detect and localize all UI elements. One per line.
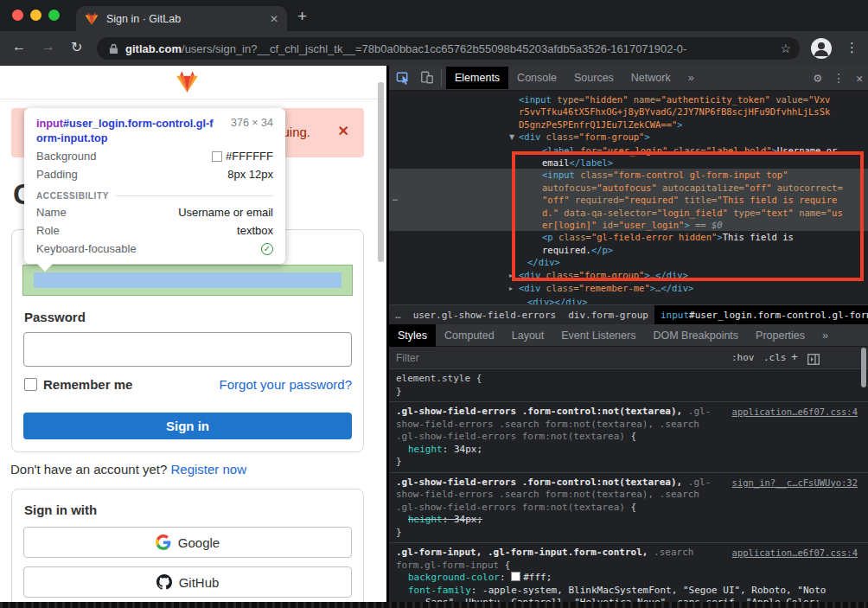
tooltip-role-label: Role: [36, 224, 60, 237]
css-rule: application…e6f07.css:4.gl-show-field-er…: [389, 402, 868, 473]
new-style-rule-button[interactable]: +: [791, 350, 798, 363]
dom-tree-line[interactable]: ▼<div class="form-group">: [389, 131, 868, 144]
breadcrumb: …user.gl-show-field-errorsdiv.form-group…: [389, 304, 868, 324]
tab-elements[interactable]: Elements: [446, 67, 508, 89]
tooltip-role-value: textbox: [237, 224, 273, 237]
devtools-close-icon[interactable]: ✕: [856, 72, 863, 85]
password-label: Password: [24, 310, 86, 324]
toolbar-separator: [441, 69, 442, 86]
tab-bar: Sign in · GitLab ✕ +: [0, 0, 868, 31]
alert-close-icon[interactable]: ✕: [338, 123, 349, 139]
styles-filter-bar: Filter :hov .cls +: [389, 347, 868, 369]
reload-icon[interactable]: ↻: [71, 39, 82, 55]
breadcrumb-item[interactable]: user.gl-show-field-errors: [407, 305, 563, 324]
browser-tab[interactable]: Sign in · GitLab ✕: [76, 6, 287, 31]
tooltip-padding-label: Padding: [36, 168, 78, 181]
tab-sources[interactable]: Sources: [565, 67, 622, 89]
tab-network[interactable]: Network: [622, 67, 680, 89]
breadcrumb-item[interactable]: div.form-group: [562, 305, 654, 324]
google-icon: [156, 534, 171, 550]
tooltip-background-label: Background: [36, 150, 96, 163]
css-selector-line[interactable]: element.style {: [389, 373, 868, 386]
css-selector-line[interactable]: sign_in?__c…cFsUWUyo:32.gl-show-field-er…: [389, 477, 868, 490]
new-tab-button[interactable]: +: [297, 7, 307, 26]
tooltip-focusable-label: Keyboard-focusable: [36, 242, 137, 255]
stylesheet-source-link[interactable]: application…e6f07.css:4: [732, 406, 858, 419]
css-closing-brace: }: [389, 527, 868, 540]
breadcrumb-item[interactable]: input#user_login.form-control.gl-form-in…: [654, 305, 868, 324]
gitlab-logo: [176, 71, 199, 96]
breadcrumb-item[interactable]: …: [389, 305, 407, 324]
css-selector-line[interactable]: form.gl-form-input {: [389, 560, 868, 573]
back-icon[interactable]: ←: [12, 39, 26, 54]
devtools-tabs: ElementsConsoleSourcesNetwork»: [446, 66, 703, 90]
remember-me-checkbox[interactable]: [24, 378, 37, 391]
css-selector-line[interactable]: .gl-show-field-errors form:not(textarea)…: [389, 431, 868, 444]
inspect-element-icon[interactable]: [396, 70, 411, 88]
expand-arrow-icon[interactable]: ▼: [509, 131, 519, 144]
css-property[interactable]: height: 34px;: [389, 514, 868, 527]
css-property[interactable]: font-family: -apple-system, BlinkMacSyst…: [389, 585, 868, 603]
inspect-tooltip: input#user_login.form-control.gl-form-in…: [24, 108, 285, 264]
css-property[interactable]: background-color: #fff;: [389, 572, 868, 585]
username-input-highlighted[interactable]: [23, 266, 352, 295]
css-selector-line[interactable]: .gl-show-field-errors form:not(textarea)…: [389, 502, 868, 515]
tooltip-background-value: #FFFFFF: [226, 150, 273, 163]
css-selector-line[interactable]: show-field-errors .search form:not(texta…: [389, 489, 868, 502]
close-window-button[interactable]: [12, 10, 23, 21]
device-toolbar-icon[interactable]: [420, 70, 434, 88]
github-signin-button[interactable]: GitHub: [23, 566, 352, 598]
tab-layout[interactable]: Layout: [503, 324, 553, 347]
devtools-panel: ElementsConsoleSourcesNetwork» ⚙ ⋮ ✕ <in…: [389, 66, 868, 602]
stylesheet-source-link[interactable]: application…e6f07.css:4: [732, 547, 858, 560]
register-now-link[interactable]: Register now: [171, 462, 247, 477]
password-input[interactable]: [23, 332, 352, 367]
dom-tree-line[interactable]: r5vvTfku46tX5FhxOG+j8yBYvadG/2JY7NP6fB8s…: [389, 106, 868, 118]
css-property[interactable]: height: 34px;: [389, 444, 868, 457]
css-closing-brace: }: [389, 456, 868, 469]
stylesheet-source-link[interactable]: sign_in?__c…cFsUWUyo:32: [732, 477, 858, 490]
browser-menu-icon[interactable]: ⋮: [846, 40, 858, 55]
dom-tree-line[interactable]: D5gnzPe5PEnfrQ1JEu7lZekCWA==">: [389, 118, 868, 131]
forward-icon[interactable]: →: [41, 39, 55, 54]
register-row: Don't have an account yet? Register now: [10, 462, 246, 477]
elements-tree: <input type="hidden" name="authenticity_…: [389, 91, 868, 304]
signin-button[interactable]: Sign in: [23, 413, 352, 439]
bookmark-star-icon[interactable]: ☆: [780, 42, 791, 55]
gitlab-signin-page: nuing. ✕ G Password Remember me Forgot y…: [0, 66, 386, 602]
tab-»[interactable]: »: [680, 67, 703, 89]
color-swatch[interactable]: [511, 572, 520, 581]
profile-avatar-icon[interactable]: [811, 38, 832, 59]
css-selector-line[interactable]: application…e6f07.css:4.gl-show-field-er…: [389, 406, 868, 419]
tab-computed[interactable]: Computed: [436, 324, 503, 347]
dom-tree-line[interactable]: ▸<div class="remember-me">…</div>: [389, 282, 868, 295]
zoom-window-button[interactable]: [48, 10, 60, 21]
expand-arrow-icon[interactable]: ▸: [509, 283, 519, 295]
url-path: /users/sign_in?__cf_chl_jschl_tk__=78b0a…: [182, 42, 686, 55]
filter-input[interactable]: Filter: [396, 352, 419, 364]
page-scrollbar[interactable]: [378, 82, 384, 262]
toggle-hover-state-button[interactable]: :hov: [731, 352, 755, 363]
browser-window: Sign in · GitLab ✕ + ← → ↻ gitlab.com/us…: [0, 0, 868, 608]
tooltip-padding-value: 8px 12px: [227, 168, 273, 181]
computed-sidebar-toggle-icon[interactable]: [807, 352, 820, 368]
address-field[interactable]: gitlab.com/users/sign_in?__cf_chl_jschl_…: [97, 37, 800, 60]
css-selector-line[interactable]: application…e6f07.css:4.gl-form-input, .…: [389, 547, 868, 560]
css-rule: application…e6f07.css:4.gl-form-input, .…: [389, 543, 868, 602]
dom-tree-line[interactable]: <input type="hidden" name="authenticity_…: [389, 93, 868, 106]
google-signin-button[interactable]: Google: [23, 527, 352, 558]
minimize-window-button[interactable]: [30, 10, 41, 21]
tab-console[interactable]: Console: [508, 67, 565, 89]
tab-styles[interactable]: Styles: [389, 324, 436, 347]
tab-properties[interactable]: Properties: [747, 324, 814, 347]
tab-close-icon[interactable]: ✕: [270, 13, 278, 25]
forgot-password-link[interactable]: Forgot your password?: [220, 377, 352, 392]
toggle-class-button[interactable]: .cls: [763, 352, 787, 363]
tab-»[interactable]: »: [814, 324, 837, 347]
devtools-menu-icon[interactable]: ⋮: [833, 71, 845, 85]
tab-dom-breakpoints[interactable]: DOM Breakpoints: [644, 324, 747, 347]
tab-event-listeners[interactable]: Event Listeners: [552, 324, 644, 347]
css-closing-brace: }: [389, 386, 868, 399]
settings-gear-icon[interactable]: ⚙: [814, 70, 821, 86]
css-selector-line[interactable]: show-field-errors .search form:not(texta…: [389, 419, 868, 432]
